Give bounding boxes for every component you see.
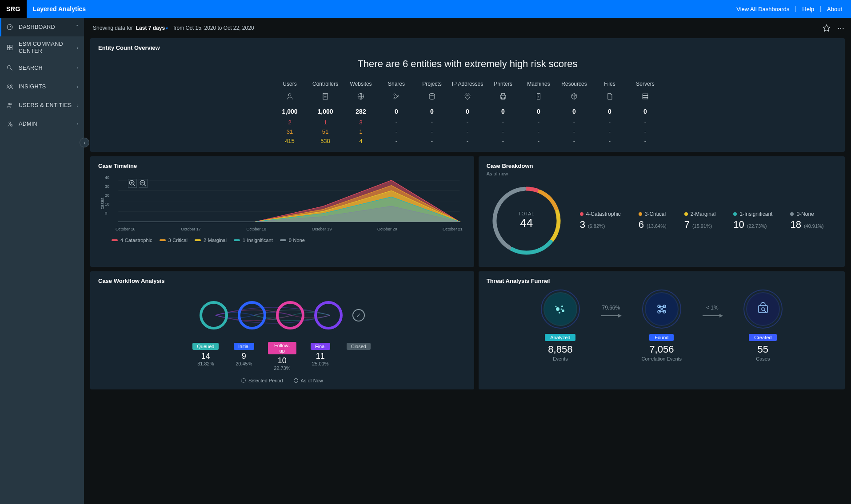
funnel-circle[interactable]: .funnel-circle:nth-of-type(1)::before{bo…	[747, 293, 779, 325]
donut-total: 44	[520, 216, 533, 230]
legend-item[interactable]: 2-Marginal	[195, 238, 227, 243]
breakdown-item[interactable]: 0-None18(40.91%)	[790, 211, 823, 230]
entity-cell: 2	[272, 118, 308, 127]
funnel-circle[interactable]: .funnel-circle:nth-of-type(1)::before{bo…	[646, 293, 678, 325]
svg-point-59	[663, 305, 666, 308]
workflow-chip[interactable]: Final	[311, 343, 330, 350]
workflow-value: 9	[230, 352, 258, 361]
entity-cell: -	[379, 127, 414, 136]
svg-point-9	[8, 103, 10, 105]
breakdown-pct: (15.91%)	[692, 223, 712, 229]
entity-icon	[592, 91, 627, 103]
legend-item[interactable]: 3-Critical	[160, 238, 188, 243]
workflow-chip[interactable]: Queued	[192, 343, 219, 350]
entity-icon	[521, 91, 556, 103]
more-icon[interactable]: ⋯	[837, 24, 845, 32]
svg-point-8	[10, 85, 12, 87]
chevron-icon: ›	[77, 121, 79, 127]
svg-line-6	[11, 69, 12, 70]
radio-as-of-now[interactable]: As of Now	[294, 378, 323, 383]
svg-line-62	[659, 306, 664, 312]
breakdown-label: 4-Catastrophic	[586, 211, 621, 217]
dashboard-icon	[5, 24, 14, 31]
entity-cell: -	[556, 136, 592, 146]
svg-point-54	[560, 309, 562, 310]
funnel-node: .funnel-circle:nth-of-type(1)::before{bo…	[631, 293, 693, 361]
entity-col-head: Websites	[343, 79, 379, 91]
favorite-icon[interactable]	[823, 24, 831, 32]
entity-table: UsersControllersWebsitesSharesProjectsIP…	[98, 79, 837, 146]
legend-item[interactable]: 1-Insignificant	[234, 238, 273, 243]
sidebar-item-admin[interactable]: ADMIN›	[0, 115, 84, 133]
legend-label: 1-Insignificant	[243, 238, 273, 243]
breakdown-item[interactable]: 2-Marginal7(15.91%)	[684, 211, 716, 230]
svg-rect-68	[759, 306, 767, 313]
entity-cell: -	[485, 127, 521, 136]
legend-dot	[684, 212, 688, 216]
top-links: View All Dashboards Help About	[736, 6, 851, 12]
filter-range-dropdown[interactable]: Last 7 days	[136, 25, 165, 31]
workflow-chip[interactable]: Follow-up	[268, 342, 296, 354]
sidebar-item-dashboard[interactable]: DASHBOARD˅	[0, 18, 84, 36]
sidebar-collapse-button[interactable]: ‹	[80, 138, 89, 147]
svg-point-11	[9, 122, 11, 123]
svg-point-53	[559, 312, 560, 314]
entity-cell: 0	[627, 103, 663, 118]
sidebar-item-insights[interactable]: INSIGHTS›	[0, 77, 84, 96]
entity-icon: IP	[450, 91, 485, 103]
entity-col-head: Files	[592, 79, 627, 91]
sidebar-item-search[interactable]: SEARCH›	[0, 59, 84, 77]
card-threat-funnel: Threat Analysis Funnel .funnel-circle:nt…	[479, 271, 845, 389]
funnel-node: .funnel-circle:nth-of-type(1)::before{bo…	[732, 293, 794, 361]
funnel-circle[interactable]: .funnel-circle:nth-of-type(1)::before{bo…	[544, 293, 576, 325]
command-icon	[5, 44, 14, 51]
workflow-chip[interactable]: Closed	[347, 343, 371, 350]
zoom-in-icon[interactable]	[128, 179, 137, 188]
svg-marker-57	[618, 314, 622, 317]
svg-point-69	[762, 308, 764, 310]
workflow-chip[interactable]: Initial	[234, 343, 254, 350]
chevron-icon: ›	[77, 103, 79, 108]
svg-point-21	[394, 98, 395, 99]
link-help[interactable]: Help	[802, 6, 814, 12]
entity-cell: -	[485, 136, 521, 146]
sidebar-item-users-entities[interactable]: USERS & ENTITIES›	[0, 96, 84, 115]
breakdown-item[interactable]: 3-Critical6(13.64%)	[639, 211, 667, 230]
workflow-ring[interactable]	[200, 301, 228, 329]
breakdown-item[interactable]: 1-Insignificant10(22.73%)	[733, 211, 772, 230]
card-workflow: Case Workflow Analysis ✓ Queued1431.82%I…	[90, 271, 474, 389]
workflow-rings: ✓	[98, 293, 466, 337]
legend-item[interactable]: 4-Catastrophic	[112, 238, 152, 243]
main-content: Showing data for Last 7 days ▾ from Oct …	[84, 18, 851, 504]
sidebar-item-esm-command-center[interactable]: ESM COMMAND CENTER›	[0, 36, 84, 59]
sidebar-item-label: DASHBOARD	[19, 24, 76, 30]
workflow-col: Initial920.45%	[230, 342, 258, 371]
workflow-ring[interactable]	[276, 301, 304, 329]
timeline-chart	[112, 175, 466, 224]
legend-item[interactable]: 0-None	[280, 238, 305, 243]
svg-rect-36	[643, 98, 648, 99]
workflow-pct: 31.82%	[192, 361, 220, 366]
breakdown-legend: 4-Catastrophic3(6.82%)3-Critical6(13.64%…	[567, 211, 837, 230]
breakdown-pct: (6.82%)	[588, 223, 605, 229]
filter-dates: from Oct 15, 2020 to Oct 22, 2020	[173, 25, 254, 31]
breakdown-label: 2-Marginal	[691, 211, 716, 217]
funnel-value: 8,858	[548, 344, 572, 355]
workflow-closed-icon[interactable]: ✓	[352, 309, 365, 321]
breakdown-label: 1-Insignificant	[739, 211, 772, 217]
sidebar: DASHBOARD˅ESM COMMAND CENTER›SEARCH›INSI…	[0, 18, 84, 504]
card-title: Threat Analysis Funnel	[487, 278, 837, 284]
breakdown-item[interactable]: 4-Catastrophic3(6.82%)	[580, 211, 621, 230]
breakdown-pct: (40.91%)	[804, 223, 824, 229]
radio-selected-period[interactable]: Selected Period	[241, 378, 283, 383]
link-about[interactable]: About	[827, 6, 842, 12]
svg-point-14	[288, 94, 291, 96]
workflow-ring[interactable]	[314, 301, 343, 329]
entity-cell: -	[627, 127, 663, 136]
entity-cell: 51	[308, 127, 343, 136]
svg-point-7	[8, 85, 9, 87]
workflow-ring[interactable]	[238, 301, 266, 329]
link-view-all-dashboards[interactable]: View All Dashboards	[736, 6, 789, 12]
entity-cell: -	[627, 118, 663, 127]
zoom-out-icon[interactable]	[139, 179, 148, 188]
